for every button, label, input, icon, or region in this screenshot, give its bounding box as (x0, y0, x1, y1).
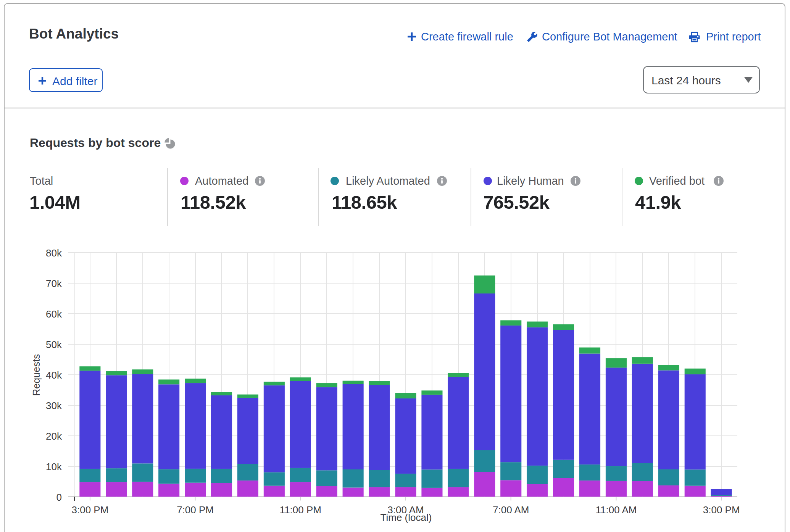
svg-text:80k: 80k (46, 247, 62, 259)
svg-text:70k: 70k (46, 278, 62, 289)
svg-text:60k: 60k (46, 308, 62, 320)
svg-text:3:00 PM: 3:00 PM (71, 504, 108, 516)
svg-text:20k: 20k (46, 430, 62, 442)
svg-text:7:00 PM: 7:00 PM (177, 504, 214, 516)
svg-text:50k: 50k (46, 339, 62, 350)
svg-text:7:00 AM: 7:00 AM (493, 504, 529, 516)
svg-text:30k: 30k (46, 400, 62, 411)
svg-text:0: 0 (56, 492, 62, 503)
svg-text:Time (local): Time (local) (380, 512, 432, 523)
svg-text:Requests: Requests (31, 354, 42, 396)
svg-text:11:00 PM: 11:00 PM (280, 504, 321, 516)
svg-text:10k: 10k (46, 461, 62, 472)
svg-text:11:00 AM: 11:00 AM (596, 504, 637, 516)
svg-text:3:00 PM: 3:00 PM (703, 504, 740, 516)
svg-text:40k: 40k (46, 369, 62, 381)
